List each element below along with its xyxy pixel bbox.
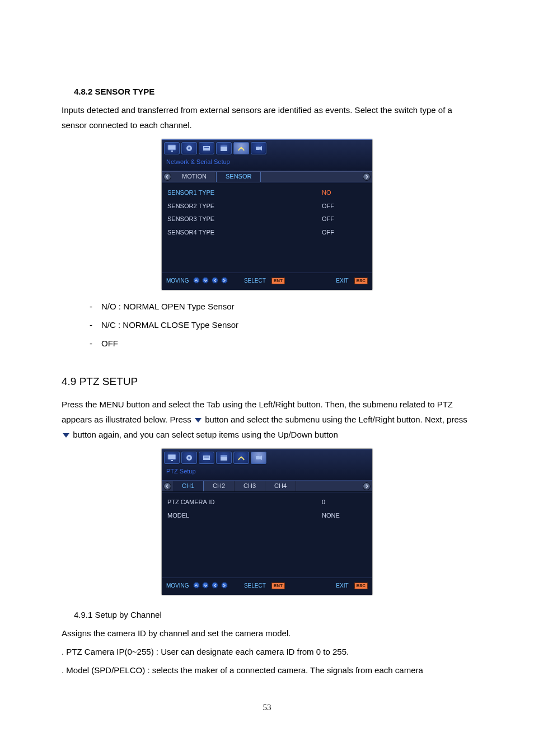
list-item: N/C : NORMAL CLOSE Type Sensor	[101, 320, 238, 330]
ptz-icon[interactable]	[251, 142, 266, 154]
paragraph: Assigns the camera ID by channel and set…	[62, 626, 472, 641]
arrow-left-icon[interactable]	[212, 277, 218, 284]
setting-row[interactable]: SENSOR1 TYPE NO	[167, 186, 367, 200]
svg-point-13	[188, 457, 190, 459]
arrow-up-icon[interactable]	[193, 582, 200, 589]
tab-motion[interactable]: MOTION	[173, 172, 216, 182]
down-triangle-icon	[63, 433, 69, 438]
event-icon[interactable]	[199, 452, 214, 464]
list-item: N/O : NORMAL OPEN Type Sensor	[101, 302, 235, 311]
list-item: OFF	[101, 339, 118, 348]
paragraph: Inputs detected and transferred from ext…	[62, 102, 472, 133]
setting-row[interactable]: SENSOR4 TYPE OFF	[167, 226, 367, 240]
subsection-heading-491: 4.9.1 Setup by Channel	[74, 607, 472, 622]
tab-ch1[interactable]: CH1	[173, 481, 204, 491]
key-esc[interactable]: ESC	[354, 583, 368, 589]
svg-rect-19	[256, 456, 260, 459]
key-ent[interactable]: ENT	[271, 583, 285, 589]
section-heading-49: 4.9 PTZ SETUP	[62, 372, 472, 391]
svg-rect-10	[168, 454, 176, 459]
osd-tab-bar: MOTION SENSOR	[162, 171, 372, 182]
osd-body: SENSOR1 TYPE NO SENSOR2 TYPE OFF SENSOR3…	[162, 182, 372, 273]
key-esc[interactable]: ESC	[354, 278, 368, 284]
setting-row[interactable]: SENSOR3 TYPE OFF	[167, 213, 367, 226]
paragraph: Press the MENU button and select the Tab…	[62, 397, 472, 442]
svg-rect-4	[203, 146, 210, 151]
bullet-list: -N/O : NORMAL OPEN Type Sensor -N/C : NO…	[90, 299, 472, 351]
footer-select-label: SELECT	[244, 276, 266, 286]
setting-row[interactable]: SENSOR2 TYPE OFF	[167, 200, 367, 213]
tab-ch2[interactable]: CH2	[204, 481, 235, 491]
tab-sensor[interactable]: SENSOR	[216, 172, 261, 182]
network-icon[interactable]	[233, 452, 249, 464]
down-triangle-icon	[195, 418, 202, 422]
footer-moving-label: MOVING	[166, 276, 189, 286]
event-icon[interactable]	[199, 142, 214, 154]
svg-rect-5	[204, 147, 209, 148]
key-ent[interactable]: ENT	[271, 278, 285, 284]
osd-subtitle: Network & Serial Setup	[164, 156, 370, 168]
arrow-up-icon[interactable]	[193, 277, 200, 284]
setting-row[interactable]: MODEL NONE	[167, 509, 367, 523]
ptz-icon[interactable]	[251, 452, 266, 464]
osd-top-icon-row	[164, 452, 370, 464]
osd-footer: MOVING SELECT ENT EXIT ESC	[162, 273, 372, 290]
svg-rect-7	[221, 145, 227, 147]
paragraph: . PTZ Camera IP(0~255) : User can design…	[62, 644, 472, 659]
subsection-heading-482: 4.8.2 SENSOR TYPE	[74, 84, 472, 99]
svg-point-8	[241, 147, 242, 149]
osd-subtitle: PTZ Setup	[164, 466, 370, 478]
osd-body: PTZ CAMERA ID 0 MODEL NONE	[162, 492, 372, 577]
paragraph: . Model (SPD/PELCO) : selects the maker …	[62, 663, 472, 678]
svg-rect-1	[171, 151, 173, 152]
svg-rect-15	[204, 457, 209, 458]
nav-left-icon[interactable]	[163, 173, 171, 181]
nav-right-icon[interactable]	[363, 482, 371, 490]
svg-rect-14	[203, 456, 210, 460]
nav-left-icon[interactable]	[163, 482, 171, 490]
arrow-right-icon[interactable]	[221, 582, 228, 589]
svg-rect-17	[221, 455, 227, 457]
page-number: 53	[62, 700, 472, 715]
arrow-left-icon[interactable]	[212, 582, 218, 589]
svg-point-18	[241, 456, 242, 458]
schedule-icon[interactable]	[216, 452, 232, 464]
footer-select-label: SELECT	[244, 581, 266, 591]
osd-panel-sensor: Network & Serial Setup MOTION SENSOR SEN…	[162, 139, 372, 290]
record-icon[interactable]	[181, 452, 197, 464]
footer-moving-label: MOVING	[166, 581, 189, 591]
setting-row[interactable]: PTZ CAMERA ID 0	[167, 496, 367, 509]
arrow-down-icon[interactable]	[202, 277, 209, 284]
footer-exit-label: EXIT	[336, 276, 348, 286]
document-page: 4.8.2 SENSOR TYPE Inputs detected and tr…	[0, 0, 534, 756]
osd-footer: MOVING SELECT ENT EXIT ESC	[162, 577, 372, 595]
nav-right-icon[interactable]	[363, 173, 371, 181]
svg-rect-9	[256, 147, 260, 150]
svg-point-3	[188, 147, 190, 149]
display-icon[interactable]	[164, 142, 180, 154]
display-icon[interactable]	[164, 452, 180, 464]
record-icon[interactable]	[181, 142, 197, 154]
arrow-right-icon[interactable]	[221, 277, 228, 284]
schedule-icon[interactable]	[216, 142, 232, 154]
svg-rect-0	[168, 145, 176, 150]
osd-panel-ptz: PTZ Setup CH1 CH2 CH3 CH4 PTZ CAMERA ID …	[162, 449, 372, 595]
tab-ch3[interactable]: CH3	[235, 481, 265, 491]
footer-exit-label: EXIT	[336, 581, 348, 591]
arrow-down-icon[interactable]	[202, 582, 209, 589]
osd-top-icon-row	[164, 142, 370, 154]
svg-rect-11	[171, 460, 173, 461]
osd-tab-bar: CH1 CH2 CH3 CH4	[162, 481, 372, 492]
network-icon[interactable]	[233, 142, 249, 154]
tab-ch4[interactable]: CH4	[265, 481, 296, 491]
